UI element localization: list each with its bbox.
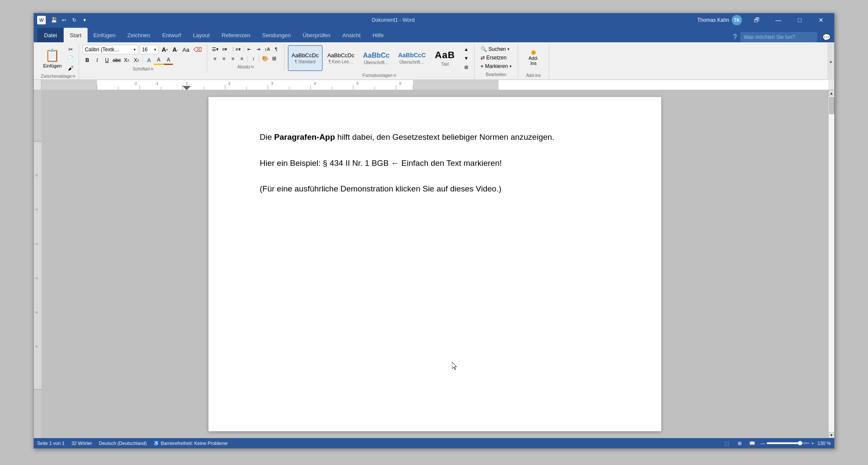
italic-button[interactable]: I — [92, 56, 102, 65]
gallery-expand-button[interactable]: ⊞ — [462, 63, 471, 71]
decrease-indent-button[interactable]: ⇤ — [245, 45, 254, 53]
line-spacing-button[interactable]: ↕ — [249, 54, 258, 63]
gallery-down-button[interactable]: ▼ — [462, 54, 471, 62]
formatvorlagen-expand-icon[interactable]: ⧉ — [393, 74, 396, 78]
title-bar-left: W 💾 ↩ ↻ ▾ — [37, 15, 89, 25]
ersetzen-button[interactable]: ⇄ Ersetzen — [478, 53, 509, 62]
style-uberschrift2[interactable]: AaBbCcC Überschrift… — [394, 45, 430, 71]
suchen-button[interactable]: 🔍 Suchen ▾ — [478, 45, 513, 53]
schriftart-expand-icon[interactable]: ⧉ — [151, 67, 153, 71]
tab-einfuegen[interactable]: Einfügen — [88, 28, 121, 42]
absatz-expand-icon[interactable]: ⧉ — [251, 65, 254, 69]
font-shrink-button[interactable]: A- — [171, 45, 179, 54]
font-name-selector[interactable]: Calibri (Textk… ▾ — [82, 45, 138, 54]
close-button[interactable]: ✕ — [811, 13, 831, 27]
numbered-list-button[interactable]: ≡▾ — [220, 45, 229, 53]
svg-text:-2: -2 — [35, 174, 38, 177]
right-scrollbar[interactable]: ▲ ▼ — [828, 90, 834, 438]
scroll-thumb[interactable] — [829, 97, 834, 114]
bullet-list-button[interactable]: ☰▾ — [211, 45, 220, 53]
cut-button[interactable]: ✂ — [66, 45, 75, 53]
sep-align — [247, 55, 248, 62]
superscript-button[interactable]: X2 — [132, 56, 141, 65]
redo-button[interactable]: ↻ — [70, 15, 79, 25]
subscript-button[interactable]: X2 — [122, 56, 131, 65]
tab-start[interactable]: Start — [64, 28, 87, 42]
tab-ansicht[interactable]: Ansicht — [337, 28, 367, 42]
minimize-button[interactable]: — — [768, 13, 788, 27]
tab-layout[interactable]: Layout — [187, 28, 216, 42]
align-center-button[interactable]: ≡ — [220, 54, 228, 63]
style-uberschrift1[interactable]: AaBbCc Überschrift… — [359, 45, 393, 71]
ribbon-display-button[interactable]: 🗗 — [747, 13, 767, 27]
font-color-button[interactable]: A — [164, 56, 173, 65]
doc-area: -2 -1 1 2 3 4 Die Paragrafen-App hilft d… — [34, 90, 834, 438]
search-box[interactable]: Was möchten Sie tun? — [740, 32, 817, 42]
svg-text:5: 5 — [356, 81, 358, 85]
multilevel-list-button[interactable]: ⋮≡▾ — [229, 45, 242, 53]
show-marks-button[interactable]: ¶ — [272, 45, 281, 53]
sort-button[interactable]: ↕A — [263, 45, 272, 53]
print-layout-button[interactable]: ⬚ — [722, 439, 731, 448]
tab-zeichnen[interactable]: Zeichnen — [121, 28, 156, 42]
tab-referenzen[interactable]: Referenzen — [216, 28, 256, 42]
align-left-button[interactable]: ≡ — [211, 54, 219, 63]
web-layout-button[interactable]: ⊞ — [735, 439, 744, 448]
zoom-thumb[interactable] — [798, 441, 802, 445]
scroll-up-button[interactable]: ▲ — [829, 90, 835, 96]
chat-icon[interactable]: 💬 — [822, 33, 831, 41]
borders-button[interactable]: ⊞ — [270, 54, 279, 63]
style-titel-label: Titel — [441, 62, 449, 67]
help-icon[interactable]: ? — [733, 33, 737, 41]
scroll-track[interactable] — [829, 96, 835, 432]
clear-format-button[interactable]: ⌫ — [192, 45, 203, 54]
zoom-track[interactable] — [767, 442, 809, 444]
user-name: Thomas Kahn — [697, 17, 729, 23]
zoom-out-button[interactable]: — — [760, 441, 765, 446]
tab-sendungen[interactable]: Sendungen — [256, 28, 297, 42]
highlight-button[interactable]: A — [154, 56, 163, 65]
einfuegen-button[interactable]: 📋 Einfügen — [41, 45, 64, 71]
format-painter-button[interactable]: 🖌 — [66, 64, 75, 72]
strikethrough-button[interactable]: abc — [112, 56, 121, 65]
copy-button[interactable]: 📄 — [66, 54, 75, 63]
tab-entwurf[interactable]: Entwurf — [156, 28, 187, 42]
maximize-button[interactable]: □ — [790, 13, 809, 27]
search-dropdown-icon: ▾ — [507, 47, 510, 51]
align-right-button[interactable]: ≡ — [229, 54, 237, 63]
quick-access-more-button[interactable]: ▾ — [80, 15, 89, 25]
page-content: Die Paragrafen-App hilft dabei, den Gese… — [260, 131, 610, 195]
style-titel[interactable]: AaB Titel — [431, 45, 460, 71]
style-standard[interactable]: AaBbCcDc ¶ Standard — [288, 45, 323, 71]
svg-text:-1: -1 — [155, 81, 158, 85]
text-effects-button[interactable]: A — [144, 56, 153, 65]
zwischenablage-expand-icon[interactable]: ⧉ — [73, 74, 75, 79]
bold-button[interactable]: B — [82, 56, 92, 65]
markieren-button[interactable]: ⌖ Markieren ▾ — [478, 62, 514, 71]
reading-mode-button[interactable]: 📖 — [748, 439, 757, 448]
tab-hilfe[interactable]: Hilfe — [367, 28, 390, 42]
addins-button[interactable]: Add- Ins — [522, 45, 545, 71]
formatting-row: B I U abc X2 X2 A A A — [82, 56, 173, 65]
zoom-in-button[interactable]: + — [811, 441, 814, 446]
save-button[interactable]: 💾 — [49, 15, 59, 25]
scroll-down-button[interactable]: ▼ — [829, 432, 835, 438]
undo-button[interactable]: ↩ — [59, 15, 69, 25]
ribbon-collapse-button[interactable]: ▲ — [827, 42, 834, 80]
tab-ueberpruefen[interactable]: Überprüfen — [297, 28, 337, 42]
scroll-area[interactable]: Die Paragrafen-App hilft dabei, den Gese… — [41, 90, 828, 438]
svg-text:-2: -2 — [134, 81, 137, 85]
zoom-level[interactable]: 130 % — [818, 441, 831, 446]
ruler[interactable]: -2 -1 1 2 3 4 5 6 — [41, 80, 828, 90]
increase-indent-button[interactable]: ⇥ — [254, 45, 263, 53]
gallery-up-button[interactable]: ▲ — [462, 45, 471, 53]
font-grow-button[interactable]: A+ — [160, 45, 169, 54]
change-case-button[interactable]: Aa — [181, 45, 191, 54]
underline-button[interactable]: U — [102, 56, 111, 65]
fill-color-button[interactable]: 🎨 — [261, 54, 270, 63]
user-avatar[interactable]: TK — [732, 15, 742, 25]
justify-button[interactable]: ≡ — [238, 54, 246, 63]
font-size-selector[interactable]: 16 ▾ — [140, 45, 158, 54]
style-kein[interactable]: AaBbCcDc ¶ Kein Lee… — [323, 45, 358, 71]
tab-datei[interactable]: Datei — [37, 28, 64, 42]
